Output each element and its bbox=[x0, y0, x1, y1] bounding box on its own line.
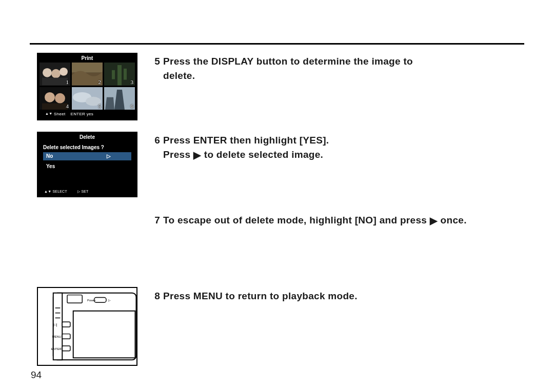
svg-rect-33 bbox=[62, 346, 70, 351]
thumbnail-grid: 1 2 3 bbox=[38, 63, 136, 110]
step-6: 6Press ENTER then highlight [YES]. Press… bbox=[148, 133, 523, 162]
page-number: 94 bbox=[31, 369, 42, 381]
thumb-number: 5 bbox=[98, 103, 102, 109]
lcd1-title: Print bbox=[38, 54, 136, 63]
step-num: 8 bbox=[148, 289, 160, 303]
svg-rect-32 bbox=[62, 334, 70, 339]
thumb-number: 4 bbox=[66, 103, 69, 109]
svg-text:Power: Power bbox=[87, 299, 96, 302]
step-5: 5Press the DISPLAY button to determine t… bbox=[148, 54, 523, 83]
lcd2-footer: ▲▼ SELECT ▷ SET bbox=[38, 187, 136, 196]
step-text: To escape out of delete mode, highlight … bbox=[163, 215, 467, 225]
svg-point-2 bbox=[51, 69, 61, 78]
svg-text:▷: ▷ bbox=[108, 299, 111, 302]
svg-rect-30 bbox=[73, 311, 135, 358]
thumb-3: 3 bbox=[104, 63, 135, 86]
step-num: 6 bbox=[148, 133, 160, 148]
svg-rect-8 bbox=[117, 65, 122, 86]
thumb-2: 2 bbox=[72, 63, 103, 86]
thumb-number: 2 bbox=[98, 79, 102, 85]
svg-rect-27 bbox=[94, 298, 106, 303]
svg-rect-9 bbox=[112, 70, 115, 79]
delete-question: Delete selected Images ? bbox=[38, 141, 136, 152]
svg-rect-5 bbox=[72, 63, 103, 73]
option-no: No bbox=[43, 152, 131, 160]
menu-label: MENU bbox=[52, 335, 61, 338]
right-triangle-icon: ▶ bbox=[430, 214, 438, 228]
lcd-delete-dialog: Delete Delete selected Images ? No Yes ▲… bbox=[37, 132, 137, 197]
step-7: 7To escape out of delete mode, highlight… bbox=[148, 213, 523, 228]
step-num: 5 bbox=[148, 54, 160, 69]
step-text: Press ▶ to delete selected image. bbox=[163, 148, 523, 162]
up-down-icon: ▲▼ bbox=[45, 110, 52, 118]
svg-rect-26 bbox=[67, 295, 82, 303]
svg-rect-4 bbox=[42, 78, 68, 86]
enter-label: ENTER bbox=[51, 347, 62, 350]
step-num: 7 bbox=[148, 213, 160, 228]
option-yes: Yes bbox=[43, 162, 131, 171]
svg-point-1 bbox=[43, 68, 52, 77]
step-text: delete. bbox=[163, 69, 523, 83]
thumb-1: 1 bbox=[39, 63, 70, 86]
lcd1-footer: ▲▼ Sheet ENTER yes bbox=[38, 110, 136, 118]
right-icon: ▷ bbox=[77, 190, 80, 193]
thumb-number: 6 bbox=[131, 103, 134, 109]
disp-label: |□| bbox=[53, 323, 57, 327]
step-text: Press ENTER then highlight [YES]. bbox=[163, 135, 329, 146]
step-8: 8Press MENU to return to playback mode. bbox=[148, 289, 523, 303]
svg-rect-10 bbox=[124, 69, 127, 80]
lcd1-foot-sheet: Sheet bbox=[54, 112, 65, 116]
step-text: Press MENU to return to playback mode. bbox=[163, 291, 358, 301]
camera-diagram: Power ▷ |□| MENU ENTER bbox=[37, 287, 137, 366]
thumb-6: 6 bbox=[104, 87, 135, 110]
svg-point-13 bbox=[55, 93, 65, 103]
svg-marker-20 bbox=[105, 97, 114, 110]
thumb-5: 5 bbox=[72, 87, 103, 110]
thumb-number: 3 bbox=[131, 79, 134, 85]
svg-rect-31 bbox=[62, 322, 70, 327]
lcd1-foot-enter: ENTER yes bbox=[71, 112, 94, 116]
right-triangle-icon: ▶ bbox=[193, 148, 201, 162]
lcd-print-thumbnails: Print 1 2 bbox=[37, 53, 137, 120]
lcd2-title: Delete bbox=[38, 133, 136, 141]
svg-rect-14 bbox=[42, 103, 68, 110]
svg-point-12 bbox=[45, 92, 55, 102]
up-down-icon: ▲▼ bbox=[44, 190, 51, 193]
section-rule bbox=[30, 43, 524, 45]
thumb-number: 1 bbox=[66, 79, 69, 85]
thumb-4: 4 bbox=[39, 87, 70, 110]
svg-point-3 bbox=[60, 68, 68, 76]
step-text: Press the DISPLAY button to determine th… bbox=[163, 56, 413, 67]
